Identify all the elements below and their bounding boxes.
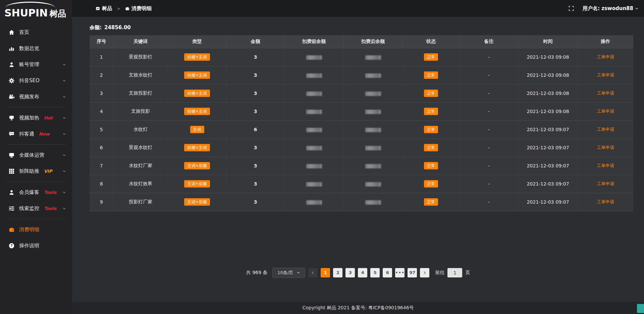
page-button-3[interactable]: 3	[345, 268, 355, 277]
cell-type: 主词+后缀	[168, 193, 226, 211]
cell-action: 工单申请	[578, 157, 633, 175]
chevron-down-icon	[62, 169, 66, 173]
sidebar-item-4[interactable]: 抖音SEO	[0, 72, 72, 89]
app-logo[interactable]: SHUPIN 树品	[0, 0, 72, 21]
page-size-select[interactable]: 10条/页	[272, 268, 305, 278]
cell-balance-after	[343, 48, 402, 66]
cell-action: 工单申请	[578, 139, 633, 157]
cell-balance-before	[284, 175, 343, 193]
cell-remark: -	[460, 175, 518, 193]
cell-keyword: 投影灯厂家	[113, 193, 168, 211]
footer: Copyright 树品 2021 备案号: 粤ICP备09019646号	[72, 302, 644, 314]
sidebar-item-11[interactable]: 线索监控Tools	[0, 200, 72, 216]
sidebar-item-2[interactable]: 数据总览	[0, 40, 72, 56]
sidebar-item-9[interactable]: 矩阵助推VIP	[0, 163, 72, 179]
page-button-5[interactable]: 5	[370, 268, 380, 277]
cell-type: 前缀+主词	[168, 84, 226, 102]
sidebar-item-3[interactable]: 账号管理	[0, 56, 72, 72]
cell-balance-after	[343, 66, 402, 84]
cell-action: 工单申请	[578, 84, 633, 102]
logo-arc-icon	[5, 2, 55, 8]
sidebar-item-6[interactable]: 视频加热Hot	[0, 110, 72, 126]
breadcrumb-item-current[interactable]: 消费明细	[125, 5, 152, 12]
goto-page-input[interactable]	[447, 268, 462, 277]
sidebar-item-5[interactable]: 视频发布	[0, 89, 72, 105]
sidebar-item-10[interactable]: 会员爆客Tools	[0, 184, 72, 200]
masked-balance-before	[306, 73, 322, 78]
type-badge: 主词	[190, 126, 204, 133]
work-order-link[interactable]: 工单申请	[597, 199, 614, 204]
cell-balance-before	[284, 102, 343, 120]
work-order-link[interactable]: 工单申请	[597, 91, 614, 96]
cell-remark: -	[460, 84, 518, 102]
cell-balance-before	[284, 120, 343, 139]
breadcrumb-item-home[interactable]: 树品	[96, 5, 112, 12]
cell-status: 正常	[402, 193, 460, 211]
sidebar-item-7[interactable]: 抖客通New	[0, 126, 72, 142]
column-header: 扣费后余额	[343, 35, 402, 48]
table-row: 4文旅投影前缀+主词3正常-2021-12-03 09:08工单申请	[90, 102, 633, 120]
cell-keyword: 水纹灯厂家	[113, 157, 168, 175]
sidebar-item-label: 线索监控	[19, 205, 39, 212]
type-badge: 主词+后缀	[184, 180, 210, 188]
cell-action: 工单申请	[578, 48, 633, 66]
work-order-link[interactable]: 工单申请	[597, 54, 614, 59]
sidebar-item-badge: VIP	[44, 169, 52, 174]
cell-time: 2021-12-03 09:07	[518, 139, 578, 157]
cell-type: 前缀+主词	[168, 139, 226, 157]
chevron-down-icon	[62, 207, 66, 210]
page-button-4[interactable]: 4	[358, 268, 367, 277]
page-button-6[interactable]: 6	[383, 268, 392, 277]
cell-status: 正常	[402, 120, 460, 139]
user-menu[interactable]: 用户名: zswodun88	[583, 5, 639, 12]
cell-no: 4	[90, 102, 113, 120]
page-ellipsis[interactable]: •••	[395, 268, 405, 277]
cell-no: 1	[90, 48, 113, 66]
work-order-link[interactable]: 工单申请	[597, 145, 614, 150]
sidebar-item-label: 消费明细	[19, 226, 39, 233]
prev-page-button[interactable]	[308, 268, 318, 277]
work-order-link[interactable]: 工单申请	[597, 72, 614, 77]
cell-keyword: 文旅投影	[113, 102, 168, 120]
sidebar-item-1[interactable]: 首页	[0, 24, 72, 40]
cell-remark: -	[460, 139, 518, 157]
cell-no: 8	[90, 175, 113, 193]
sidebar-item-12[interactable]: 消费明细	[0, 221, 72, 238]
balance-value: 24856.00	[104, 24, 131, 31]
sidebar-item-badge: Tools	[44, 190, 56, 195]
page-button-97[interactable]: 97	[408, 268, 417, 277]
floating-widget[interactable]	[637, 304, 644, 313]
table-row: 5水纹灯主词6正常-2021-12-03 09:07工单申请	[90, 120, 633, 139]
cell-balance-after	[343, 84, 402, 102]
cell-type: 主词	[168, 120, 226, 139]
cell-time: 2021-12-03 09:08	[518, 84, 578, 102]
column-header: 时间	[518, 35, 578, 48]
cell-keyword: 水纹灯效果	[113, 175, 168, 193]
username-text: 用户名: zswodun88	[583, 5, 633, 12]
cell-time: 2021-12-03 09:07	[518, 175, 578, 193]
next-page-button[interactable]	[420, 268, 429, 277]
work-order-link[interactable]: 工单申请	[597, 109, 614, 114]
type-badge: 主词+后缀	[184, 162, 210, 169]
work-order-link[interactable]: 工单申请	[597, 163, 614, 168]
cell-amount: 3	[226, 193, 284, 211]
cell-balance-before	[284, 157, 343, 175]
chevron-down-icon	[62, 63, 66, 66]
goto-label: 前往	[435, 270, 444, 276]
cell-action: 工单申请	[578, 120, 633, 139]
pagination-bar: 共 969 条 10条/页 123456•••97 前往 页	[72, 268, 644, 278]
cell-no: 9	[90, 193, 113, 211]
type-badge: 主词+后缀	[184, 198, 210, 206]
work-order-link[interactable]: 工单申请	[597, 127, 614, 132]
breadcrumb-separator: >	[117, 6, 120, 11]
work-order-link[interactable]: 工单申请	[597, 181, 614, 186]
sidebar-item-8[interactable]: 全媒体运营	[0, 147, 72, 163]
sidebar-item-13[interactable]: ?操作说明	[0, 238, 72, 254]
masked-balance-before	[306, 110, 322, 114]
sidebar-item-label: 抖音SEO	[19, 77, 40, 84]
fullscreen-icon[interactable]	[569, 6, 574, 11]
page-button-1[interactable]: 1	[321, 268, 330, 277]
balance-summary: 余额:24856.00	[90, 24, 644, 31]
cell-type: 前缀+主词	[168, 66, 226, 84]
page-button-2[interactable]: 2	[333, 268, 342, 277]
